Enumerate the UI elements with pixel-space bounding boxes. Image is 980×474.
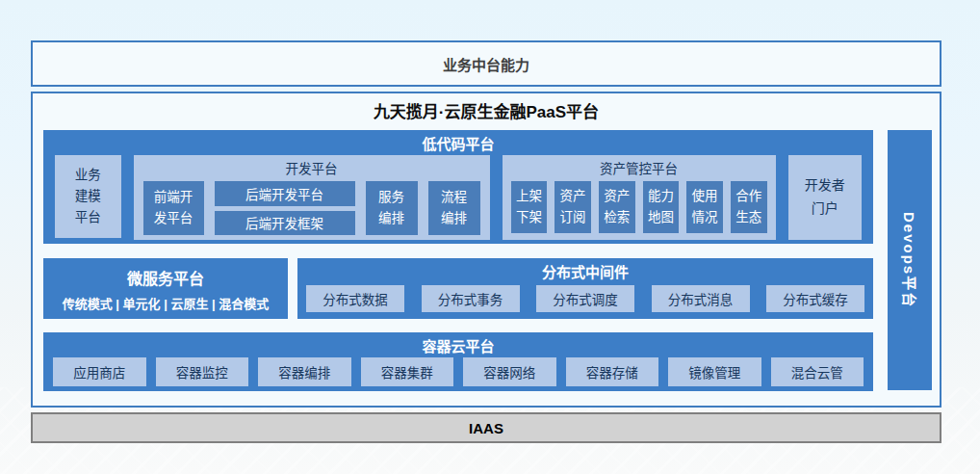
asset-item-subscribe: 资产 订阅: [554, 181, 591, 233]
middleware-title: 分布式中间件: [297, 258, 873, 281]
iaas-label: IAAS: [469, 420, 503, 436]
cc-item-app-store: 应用商店: [53, 357, 146, 386]
asset-item-shelf: 上架 下架: [511, 181, 548, 233]
lowcode-platform-title: 低代码平台: [43, 130, 873, 153]
cc-item-image-management: 镜像管理: [668, 357, 761, 386]
dev-platform-panel: 开发平台 前端开 发平台 后端开发平台 后端开发框架 服务 编排 流程 编排: [134, 155, 490, 240]
platform-title: 九天揽月·云原生金融PaaS平台: [33, 98, 940, 122]
middleware-item-data: 分布式数据: [306, 285, 404, 312]
asset-item-capability-map: 能力 地图: [643, 181, 680, 233]
cc-item-storage: 容器存储: [566, 357, 659, 386]
iaas-bar: IAAS: [31, 412, 941, 443]
backend-dev-framework-box: 后端开发框架: [215, 211, 355, 236]
banner-label: 业务中台能力: [443, 54, 529, 74]
backend-column: 后端开发平台 后端开发框架: [215, 181, 355, 235]
business-modeling-box: 业务 建模 平台: [55, 155, 121, 238]
middleware-item-message: 分布式消息: [652, 285, 750, 312]
cc-item-monitoring: 容器监控: [156, 357, 249, 386]
asset-control-title: 资产管控平台: [503, 155, 776, 177]
dev-platform-items: 前端开 发平台 后端开发平台 后端开发框架 服务 编排 流程 编排: [134, 181, 490, 235]
microservice-title: 微服务平台: [43, 266, 288, 289]
process-orchestration-box: 流程 编排: [428, 181, 480, 235]
microservice-platform-box: 微服务平台 传统模式 | 单元化 | 云原生 | 混合模式: [43, 258, 288, 319]
architecture-diagram: { "page": { "banner": "业务中台能力", "main_ti…: [0, 0, 980, 474]
asset-item-usage: 使用 情况: [686, 181, 723, 233]
distributed-middleware-section: 分布式中间件 分布式数据 分布式事务 分布式调度 分布式消息 分布式缓存: [297, 258, 873, 319]
cc-item-orchestration: 容器编排: [258, 357, 351, 386]
backend-dev-platform-box: 后端开发平台: [215, 181, 355, 206]
container-cloud-items: 应用商店 容器监控 容器编排 容器集群 容器网络 容器存储 镜像管理 混合云管: [43, 356, 873, 386]
frontend-dev-platform-box: 前端开 发平台: [143, 181, 204, 235]
middleware-item-transaction: 分布式事务: [422, 285, 520, 312]
microservice-modes: 传统模式 | 单元化 | 云原生 | 混合模式: [43, 294, 288, 312]
asset-item-ecosystem: 合作 生态: [731, 181, 767, 233]
lowcode-platform-section: 低代码平台 业务 建模 平台 开发平台 前端开 发平台 后端开发平台 后端开发框…: [43, 130, 873, 244]
asset-control-items: 上架 下架 资产 订阅 资产 检索 能力 地图 使用 情况 合作 生态: [503, 181, 776, 233]
container-cloud-title: 容器云平台: [43, 332, 873, 356]
service-orchestration-box: 服务 编排: [366, 181, 418, 235]
asset-control-panel: 资产管控平台 上架 下架 资产 订阅 资产 检索 能力 地图 使用 情况 合作 …: [503, 155, 776, 240]
lowcode-content-row: 业务 建模 平台 开发平台 前端开 发平台 后端开发平台 后端开发框架 服务 编…: [43, 153, 873, 242]
cc-item-network: 容器网络: [463, 357, 556, 386]
cc-item-hybrid-cloud: 混合云管: [771, 357, 864, 386]
container-cloud-section: 容器云平台 应用商店 容器监控 容器编排 容器集群 容器网络 容器存储 镜像管理…: [43, 332, 873, 391]
cc-item-cluster: 容器集群: [361, 357, 454, 386]
middleware-item-cache: 分布式缓存: [766, 285, 864, 312]
middleware-items: 分布式数据 分布式事务 分布式调度 分布式消息 分布式缓存: [297, 281, 873, 312]
devops-platform-bar: Devops平台: [888, 130, 932, 390]
asset-item-search: 资产 检索: [599, 181, 635, 233]
dev-platform-title: 开发平台: [134, 155, 490, 177]
business-middle-platform-banner: 业务中台能力: [31, 40, 941, 87]
middleware-item-scheduling: 分布式调度: [536, 285, 634, 312]
developer-portal-box: 开发者 门户: [788, 155, 862, 240]
paas-platform-frame: 九天揽月·云原生金融PaaS平台 低代码平台 业务 建模 平台 开发平台 前端开…: [31, 92, 941, 408]
